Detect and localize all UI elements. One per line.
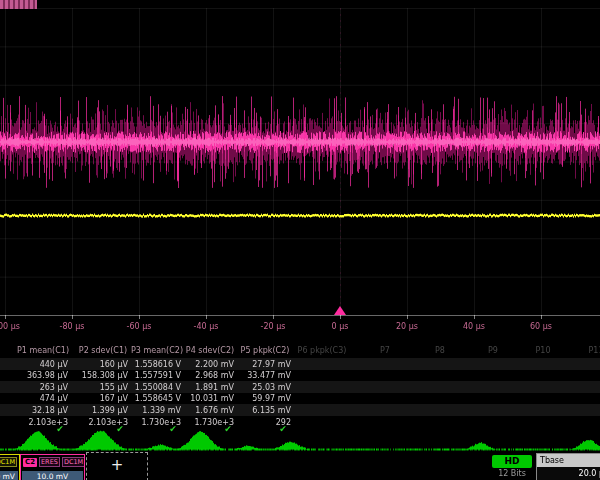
c1-coupling-badge: DC1M bbox=[0, 457, 17, 467]
measurement-header-empty[interactable]: P11 bbox=[588, 346, 600, 355]
measurement-value: 33.477 mV bbox=[227, 371, 291, 380]
measurement-header-empty[interactable]: P6 pkpk(C3) bbox=[298, 346, 347, 355]
measurement-table: P1 mean(C1)P2 sdev(C1)P3 mean(C2)P4 sdev… bbox=[0, 340, 600, 436]
measurement-value: 32.18 µV bbox=[4, 406, 68, 415]
channel-c2-descriptor[interactable]: C2 ERES DC1M 10.0 mV bbox=[20, 454, 85, 480]
measurement-header-empty[interactable]: P7 bbox=[380, 346, 390, 355]
measurement-value: 27.97 mV bbox=[227, 360, 291, 369]
status-check-icon: ✔ bbox=[224, 424, 232, 434]
axis-tick-label: -80 µs bbox=[60, 322, 85, 332]
measurement-value: 25.03 mV bbox=[227, 383, 291, 392]
measurement-header-empty[interactable]: P8 bbox=[435, 346, 445, 355]
hd-bits-label: 12 Bits bbox=[492, 469, 532, 478]
measurement-value: 59.97 mV bbox=[227, 394, 291, 403]
measurement-value: 474 µV bbox=[4, 394, 68, 403]
measurement-header-empty[interactable]: P9 bbox=[488, 346, 498, 355]
channel-c1-descriptor[interactable]: DC1M 0 mV bbox=[0, 454, 20, 480]
measurement-value: 2.200 mV bbox=[170, 360, 234, 369]
axis-tick-label: -100 µs bbox=[0, 322, 20, 332]
measurement-value: 363.98 µV bbox=[4, 371, 68, 380]
measurement-value: 2.968 mV bbox=[170, 371, 234, 380]
trigger-position-marker[interactable] bbox=[334, 306, 346, 315]
measurement-value: 10.031 mV bbox=[170, 394, 234, 403]
axis-tick-label: 0 µs bbox=[332, 322, 349, 332]
axis-tick-label: -60 µs bbox=[127, 322, 152, 332]
measurement-header[interactable]: P5 pkpk(C2) bbox=[241, 346, 290, 355]
status-check-icon: ✔ bbox=[279, 424, 287, 434]
c2-coupling-badge: DC1M bbox=[62, 457, 85, 467]
axis-tick-label: 20 µs bbox=[396, 322, 418, 332]
measurement-value: 440 µV bbox=[4, 360, 68, 369]
measurement-header-empty[interactable]: P10 bbox=[535, 346, 550, 355]
timebase-descriptor[interactable]: Tbase 20.0 µ bbox=[536, 453, 600, 480]
status-check-icon: ✔ bbox=[116, 424, 124, 434]
c2-eres-badge: ERES bbox=[39, 457, 60, 467]
status-check-icon: ✔ bbox=[56, 424, 64, 434]
c2-volts-per-div: 10.0 mV bbox=[22, 471, 83, 480]
axis-tick-label: -40 µs bbox=[194, 322, 219, 332]
measurement-value: 1.891 mV bbox=[170, 383, 234, 392]
measurement-header[interactable]: P3 mean(C2) bbox=[131, 346, 183, 355]
measurement-value: 1.676 mV bbox=[170, 406, 234, 415]
measurement-header[interactable]: P2 sdev(C1) bbox=[79, 346, 127, 355]
status-check-icon: ✔ bbox=[169, 424, 177, 434]
c2-channel-badge: C2 bbox=[23, 458, 37, 467]
measurement-header[interactable]: P4 sdev(C2) bbox=[186, 346, 234, 355]
timebase-value: 20.0 µ bbox=[537, 467, 600, 480]
c1-volts-per-div: 0 mV bbox=[0, 471, 18, 480]
measurement-header[interactable]: P1 mean(C1) bbox=[17, 346, 69, 355]
axis-tick-label: -20 µs bbox=[261, 322, 286, 332]
axis-tick-label: 40 µs bbox=[463, 322, 485, 332]
measurement-value: 263 µV bbox=[4, 383, 68, 392]
hd-mode-badge[interactable]: HD bbox=[492, 455, 532, 468]
add-trace-button[interactable]: + bbox=[86, 452, 148, 480]
oscilloscope-screen: -100 µs-80 µs-60 µs-40 µs-20 µs0 µs20 µs… bbox=[0, 0, 600, 480]
timebase-axis: -100 µs-80 µs-60 µs-40 µs-20 µs0 µs20 µs… bbox=[0, 322, 600, 334]
cropped-label-badge bbox=[0, 0, 37, 9]
axis-tick-label: 60 µs bbox=[530, 322, 552, 332]
timebase-label: Tbase bbox=[537, 454, 600, 467]
measurement-value: 6.135 mV bbox=[227, 406, 291, 415]
